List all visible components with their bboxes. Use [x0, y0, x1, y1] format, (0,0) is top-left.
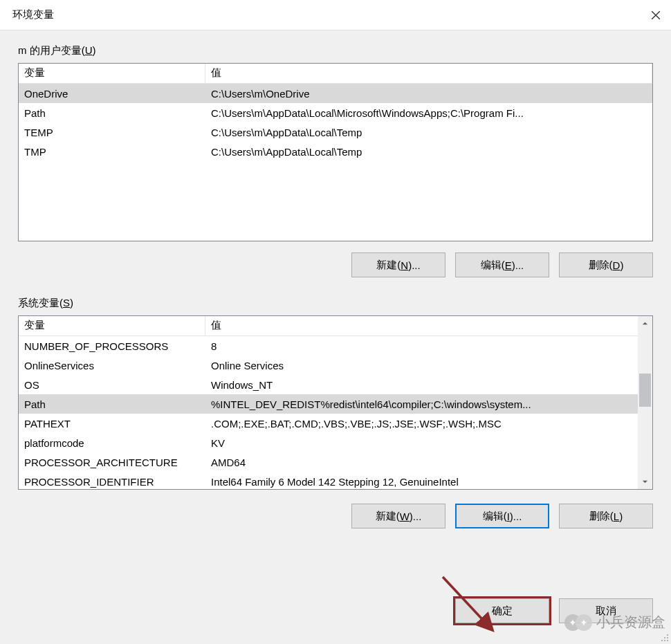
cell-value: Intel64 Family 6 Model 142 Stepping 12, … [205, 476, 638, 488]
table-row[interactable]: TMPC:\Users\m\AppData\Local\Temp [19, 142, 652, 161]
scroll-track[interactable] [638, 331, 652, 475]
cell-variable: PROCESSOR_IDENTIFIER [19, 476, 205, 488]
table-row[interactable]: Path%INTEL_DEV_REDIST%redist\intel64\com… [19, 394, 638, 414]
table-row[interactable]: PATHEXT.COM;.EXE;.BAT;.CMD;.VBS;.VBE;.JS… [19, 414, 638, 433]
table-row[interactable]: PROCESSOR_ARCHITECTUREAMD64 [19, 452, 638, 472]
edit-user-var-button[interactable]: 编辑(E)... [455, 252, 549, 277]
column-header-value[interactable]: 值 [205, 316, 652, 335]
cell-variable: OnlineServices [19, 360, 205, 371]
edit-system-var-button[interactable]: 编辑(I)... [455, 504, 549, 528]
svg-point-6 [667, 640, 668, 641]
cell-variable: OneDrive [19, 88, 205, 100]
cancel-button[interactable]: 取消 [559, 598, 653, 623]
dialog-buttons: 确定 取消 [455, 598, 653, 623]
ok-button[interactable]: 确定 [455, 598, 549, 623]
table-row[interactable]: PROCESSOR_IDENTIFIERIntel64 Family 6 Mod… [19, 472, 638, 490]
cell-variable: OS [19, 379, 205, 391]
cell-variable: Path [19, 398, 205, 410]
close-icon[interactable] [650, 10, 661, 21]
cell-value: Windows_NT [205, 379, 638, 391]
svg-point-4 [661, 640, 663, 641]
table-row[interactable]: PathC:\Users\m\AppData\Local\Microsoft\W… [19, 103, 652, 122]
cell-variable: PATHEXT [19, 418, 205, 430]
cell-variable: TMP [19, 146, 205, 158]
new-system-var-button[interactable]: 新建(W)... [351, 504, 445, 528]
column-header-value[interactable]: 值 [205, 64, 652, 83]
cell-variable: Path [19, 107, 205, 119]
user-vars-list[interactable]: 变量 值 OneDriveC:\Users\m\OneDrivePathC:\U… [18, 63, 653, 241]
table-row[interactable]: platformcodeKV [19, 433, 638, 452]
cell-variable: platformcode [19, 437, 205, 449]
scroll-thumb[interactable] [639, 374, 651, 407]
cell-value: Online Services [205, 360, 638, 371]
cell-value: C:\Users\m\OneDrive [205, 88, 652, 100]
user-vars-buttons: 新建(N)... 编辑(E)... 删除(D) [18, 252, 653, 277]
cell-value: AMD64 [205, 457, 638, 468]
dialog-body: m 的用户变量(U) 变量 值 OneDriveC:\Users\m\OneDr… [0, 30, 671, 644]
delete-system-var-button[interactable]: 删除(L) [559, 504, 653, 528]
cell-value: %INTEL_DEV_REDIST%redist\intel64\compile… [205, 398, 638, 410]
table-row[interactable]: TEMPC:\Users\m\AppData\Local\Temp [19, 122, 652, 142]
cell-variable: PROCESSOR_ARCHITECTURE [19, 457, 205, 468]
system-vars-buttons: 新建(W)... 编辑(I)... 删除(L) [18, 504, 653, 528]
cell-value: .COM;.EXE;.BAT;.CMD;.VBS;.VBE;.JS;.JSE;.… [205, 418, 638, 430]
cell-value: 8 [205, 340, 638, 352]
table-row[interactable]: NUMBER_OF_PROCESSORS8 [19, 336, 638, 356]
cell-value: C:\Users\m\AppData\Local\Microsoft\Windo… [205, 107, 652, 119]
scroll-down-arrow-icon[interactable] [638, 475, 652, 489]
system-vars-list[interactable]: 变量 值 NUMBER_OF_PROCESSORS8OnlineServices… [18, 315, 653, 490]
user-vars-headers: 变量 值 [19, 64, 652, 84]
titlebar: 环境变量 [0, 0, 671, 30]
cell-value: C:\Users\m\AppData\Local\Temp [205, 146, 652, 158]
svg-point-3 [667, 637, 668, 638]
svg-point-2 [664, 637, 665, 638]
scroll-up-arrow-icon[interactable] [638, 316, 652, 331]
new-user-var-button[interactable]: 新建(N)... [351, 252, 445, 277]
vertical-scrollbar[interactable] [638, 316, 652, 489]
system-vars-headers: 变量 值 [19, 316, 652, 336]
table-row[interactable]: OSWindows_NT [19, 375, 638, 394]
column-header-variable[interactable]: 变量 [19, 64, 205, 83]
table-row[interactable]: OneDriveC:\Users\m\OneDrive [19, 84, 652, 103]
cell-value: KV [205, 437, 638, 449]
table-row[interactable]: OnlineServicesOnline Services [19, 356, 638, 375]
resize-grip-icon[interactable] [660, 633, 670, 643]
system-vars-label: 系统变量(S) [18, 297, 653, 310]
cell-value: C:\Users\m\AppData\Local\Temp [205, 127, 652, 138]
cell-variable: TEMP [19, 127, 205, 138]
window-title: 环境变量 [12, 8, 54, 21]
column-header-variable[interactable]: 变量 [19, 316, 205, 335]
svg-point-5 [664, 640, 665, 641]
user-vars-label: m 的用户变量(U) [18, 44, 653, 57]
svg-point-1 [667, 634, 668, 636]
delete-user-var-button[interactable]: 删除(D) [559, 252, 653, 277]
cell-variable: NUMBER_OF_PROCESSORS [19, 340, 205, 352]
